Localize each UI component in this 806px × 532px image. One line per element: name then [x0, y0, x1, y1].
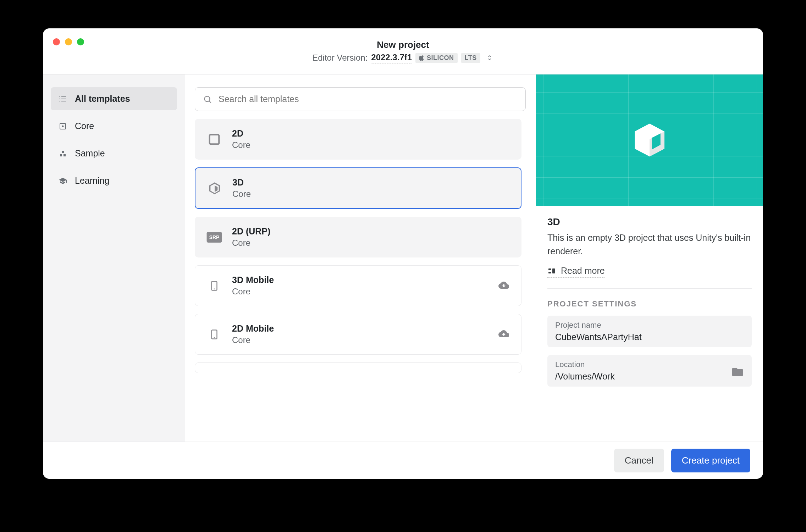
- phone-icon: [206, 278, 222, 294]
- svg-point-11: [204, 96, 210, 101]
- sidebar-item-core[interactable]: Core: [51, 115, 177, 138]
- editor-version-row: Editor Version: 2022.3.7f1 SILICON LTS: [312, 52, 494, 63]
- sidebar-item-label: All templates: [75, 94, 130, 104]
- apple-icon: [419, 55, 425, 61]
- titlebar: New project Editor Version: 2022.3.7f1 S…: [43, 28, 763, 74]
- template-name: 2D (URP): [232, 226, 270, 237]
- lts-badge: LTS: [461, 53, 480, 63]
- project-settings: Project name CubeWantsAPartyHat Location…: [536, 309, 763, 394]
- srp-icon: SRP: [206, 229, 222, 245]
- editor-version-label: Editor Version:: [312, 53, 368, 63]
- location-field[interactable]: Location /Volumes/Work: [547, 355, 752, 387]
- template-list: 2D Core 3D Core SRP: [195, 119, 526, 373]
- editor-version-value[interactable]: 2022.3.7f1: [371, 52, 412, 63]
- close-window-icon[interactable]: [53, 38, 60, 45]
- search-bar[interactable]: [195, 87, 526, 111]
- template-category: Core: [232, 189, 251, 199]
- divider: [547, 288, 752, 289]
- template-category: Core: [232, 238, 270, 248]
- template-name: 3D: [232, 177, 251, 188]
- svg-rect-13: [210, 134, 219, 144]
- field-value: CubeWantsAPartyHat: [555, 332, 642, 342]
- field-label: Project name: [555, 321, 642, 330]
- svg-rect-21: [548, 272, 551, 273]
- app-window: New project Editor Version: 2022.3.7f1 S…: [43, 28, 763, 479]
- arch-badge: SILICON: [415, 53, 458, 63]
- create-project-button[interactable]: Create project: [671, 449, 750, 472]
- sidebar-item-all-templates[interactable]: All templates: [51, 87, 177, 110]
- window-controls: [53, 38, 84, 45]
- cube-icon: [207, 181, 222, 196]
- template-category: Core: [232, 287, 274, 297]
- folder-icon[interactable]: [731, 366, 744, 376]
- field-label: Location: [555, 360, 615, 369]
- body: All templates Core Sample Learning: [43, 74, 763, 442]
- project-name-field[interactable]: Project name CubeWantsAPartyHat: [547, 316, 752, 347]
- footer: Cancel Create project: [43, 442, 763, 479]
- template-category: Core: [232, 335, 274, 345]
- template-3d-mobile[interactable]: 3D Mobile Core: [195, 265, 521, 306]
- svg-point-5: [59, 101, 60, 101]
- phone-icon: [206, 327, 222, 342]
- svg-text:SRP: SRP: [209, 234, 220, 240]
- cancel-button[interactable]: Cancel: [614, 449, 664, 472]
- list-icon: [59, 95, 67, 103]
- sidebar-item-label: Core: [75, 121, 94, 131]
- svg-point-7: [62, 126, 64, 127]
- sidebar-item-learning[interactable]: Learning: [51, 169, 177, 192]
- version-selector-icon[interactable]: [486, 54, 494, 61]
- svg-rect-22: [552, 268, 555, 273]
- field-value: /Volumes/Work: [555, 371, 615, 382]
- article-icon: [547, 267, 556, 275]
- sidebar-item-label: Learning: [75, 176, 109, 186]
- square-icon: [206, 132, 222, 147]
- download-icon[interactable]: [498, 280, 509, 292]
- search-icon: [203, 95, 212, 104]
- section-title: PROJECT SETTINGS: [547, 299, 752, 309]
- template-details: 3D This is an empty 3D project that uses…: [536, 206, 763, 299]
- svg-rect-10: [64, 154, 66, 156]
- graduation-icon: [59, 177, 67, 185]
- detail-title: 3D: [547, 216, 752, 228]
- minimize-window-icon[interactable]: [65, 38, 72, 45]
- read-more-link[interactable]: Read more: [547, 266, 605, 278]
- svg-point-4: [59, 99, 60, 99]
- svg-point-3: [59, 96, 60, 97]
- template-2d[interactable]: 2D Core: [195, 119, 521, 160]
- template-category: Core: [232, 140, 250, 150]
- download-icon[interactable]: [498, 328, 509, 340]
- sidebar: All templates Core Sample Learning: [43, 74, 185, 442]
- svg-line-12: [209, 101, 211, 103]
- window-title: New project: [377, 39, 429, 50]
- template-3d[interactable]: 3D Core: [195, 167, 521, 209]
- search-input[interactable]: [219, 94, 518, 104]
- square-dot-icon: [59, 122, 67, 131]
- template-name: 2D Mobile: [232, 323, 274, 334]
- svg-rect-9: [60, 154, 62, 156]
- maximize-window-icon[interactable]: [77, 38, 84, 45]
- sidebar-item-sample[interactable]: Sample: [51, 142, 177, 165]
- svg-rect-8: [62, 151, 64, 153]
- template-panel: 2D Core 3D Core SRP: [185, 74, 536, 442]
- template-name: 2D: [232, 128, 250, 139]
- template-2d-urp[interactable]: SRP 2D (URP) Core: [195, 217, 521, 257]
- sidebar-item-label: Sample: [75, 148, 105, 159]
- preview-image: [536, 74, 763, 206]
- details-panel: 3D This is an empty 3D project that uses…: [536, 74, 763, 442]
- template-2d-mobile[interactable]: 2D Mobile Core: [195, 314, 521, 355]
- cube-preview-icon: [630, 121, 669, 160]
- template-name: 3D Mobile: [232, 275, 274, 285]
- blocks-icon: [59, 149, 67, 158]
- svg-rect-20: [548, 268, 551, 270]
- detail-description: This is an empty 3D project that uses Un…: [547, 231, 752, 258]
- template-row-peek[interactable]: [195, 362, 521, 373]
